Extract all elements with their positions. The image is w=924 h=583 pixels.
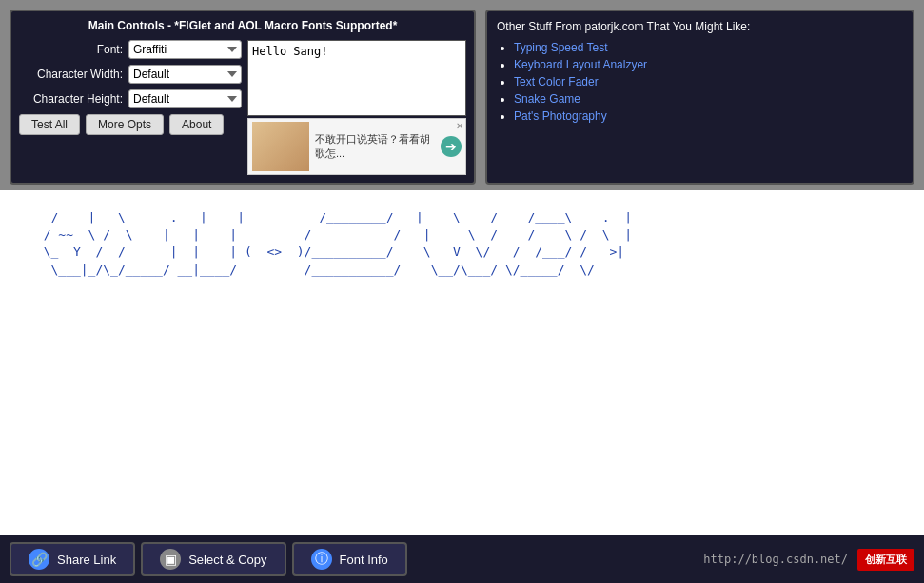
list-item: Text Color Fader: [514, 75, 903, 88]
font-select[interactable]: Graffiti Standard Banner Block Bubble: [128, 40, 242, 59]
photography-link[interactable]: Pat's Photography: [514, 109, 607, 123]
font-info-label: Font Info: [340, 553, 388, 567]
font-row: Font: Graffiti Standard Banner Block Bub…: [19, 40, 242, 59]
list-item: Keyboard Layout Analzyer: [514, 58, 903, 71]
bottom-url: http://blog.csdn.net/: [703, 553, 848, 566]
share-link-label: Share Link: [57, 553, 116, 567]
font-info-button[interactable]: ⓘ Font Info: [292, 542, 407, 576]
bottom-right: http://blog.csdn.net/ 创新互联: [703, 549, 914, 571]
bottom-logo: 创新互联: [857, 549, 914, 571]
controls-left: Font: Graffiti Standard Banner Block Bub…: [19, 40, 242, 175]
ad-text: 不敢开口说英语？看看胡歌怎...: [315, 132, 435, 161]
char-width-label: Character Width:: [19, 68, 128, 81]
main-controls-panel: Main Controls - *FIGlet and AOL Macro Fo…: [10, 10, 476, 185]
ad-inner: 不敢开口说英语？看看胡歌怎... ➔: [248, 119, 465, 174]
keyboard-layout-link[interactable]: Keyboard Layout Analzyer: [514, 58, 647, 71]
char-height-label: Character Height:: [19, 92, 128, 106]
char-height-row: Character Height: Default Full Height Fi…: [19, 89, 242, 108]
about-button[interactable]: About: [169, 114, 224, 135]
other-stuff-title: Other Stuff From patorjk.com That You Mi…: [497, 19, 903, 35]
controls-body: Font: Graffiti Standard Banner Block Bub…: [19, 40, 466, 175]
text-area-box: Hello Sang! 不敢开口说英语？看看胡歌怎... ➔ ✕: [247, 40, 466, 175]
list-item: Typing Speed Test: [514, 41, 903, 54]
list-item: Pat's Photography: [514, 109, 903, 123]
ad-image: [252, 122, 309, 171]
ascii-art-display: / | \ . | | /________/ | \ / /____\ . | …: [0, 190, 660, 298]
info-icon: ⓘ: [311, 549, 332, 570]
main-controls-title: Main Controls - *FIGlet and AOL Macro Fo…: [19, 19, 466, 32]
copy-icon: ▣: [160, 549, 181, 570]
select-copy-label: Select & Copy: [188, 553, 266, 567]
char-width-row: Character Width: Default Full Width Fitt…: [19, 65, 242, 84]
ad-close-icon[interactable]: ✕: [456, 121, 463, 131]
other-stuff-panel: Other Stuff From patorjk.com That You Mi…: [485, 10, 914, 185]
char-width-select[interactable]: Default Full Width Fitted Smush: [128, 65, 242, 84]
font-label: Font:: [19, 43, 128, 56]
bottom-bar: 🔗 Share Link ▣ Select & Copy ⓘ Font Info…: [0, 535, 924, 583]
other-stuff-list: Typing Speed Test Keyboard Layout Analzy…: [497, 41, 903, 123]
ad-box: 不敢开口说英语？看看胡歌怎... ➔ ✕: [247, 118, 466, 175]
select-copy-button[interactable]: ▣ Select & Copy: [141, 542, 285, 576]
share-link-button[interactable]: 🔗 Share Link: [10, 542, 135, 576]
more-opts-button[interactable]: More Opts: [86, 114, 164, 135]
share-icon: 🔗: [29, 549, 49, 570]
ad-arrow-icon[interactable]: ➔: [441, 136, 462, 157]
typing-speed-link[interactable]: Typing Speed Test: [514, 41, 608, 54]
main-output-area: / | \ . | | /________/ | \ / /____\ . | …: [0, 190, 924, 535]
text-input[interactable]: Hello Sang!: [247, 40, 466, 116]
char-height-select[interactable]: Default Full Height Fitted Smush: [128, 89, 242, 108]
test-all-button[interactable]: Test All: [19, 114, 80, 135]
snake-game-link[interactable]: Snake Game: [514, 92, 580, 106]
button-row: Test All More Opts About: [19, 114, 242, 135]
text-color-link[interactable]: Text Color Fader: [514, 75, 599, 88]
list-item: Snake Game: [514, 92, 903, 106]
top-area: Main Controls - *FIGlet and AOL Macro Fo…: [0, 0, 924, 185]
